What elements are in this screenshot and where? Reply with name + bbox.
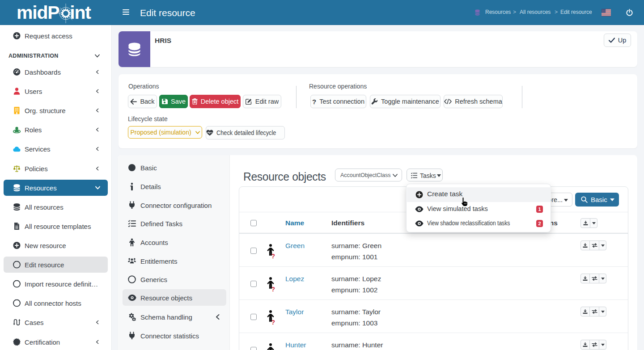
svg-text:?: ?: [271, 319, 275, 326]
svg-text:?: ?: [271, 286, 275, 293]
svg-text:?: ?: [271, 253, 275, 260]
